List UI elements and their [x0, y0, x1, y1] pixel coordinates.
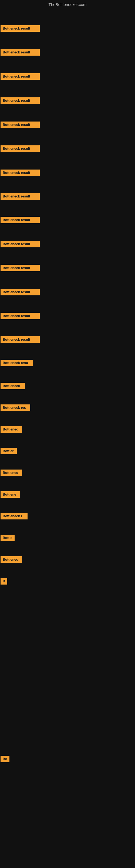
- empty-row-27: [0, 643, 135, 651]
- bottleneck-label-21: Bottleneck r: [1, 513, 28, 520]
- bottleneck-label-12: Bottleneck result: [1, 313, 40, 319]
- bottleneck-label-6: Bottleneck result: [1, 169, 40, 176]
- bottleneck-row-18: Bottler: [0, 448, 17, 454]
- empty-row-30: [0, 783, 135, 791]
- bottleneck-label-0: Bottleneck result: [1, 25, 40, 32]
- bottleneck-row-20: Bottlene: [0, 491, 20, 498]
- bottleneck-row-3: Bottleneck result: [0, 97, 40, 104]
- bottleneck-row-2: Bottleneck result: [0, 73, 40, 80]
- bottleneck-row-0: Bottleneck result: [0, 25, 40, 32]
- bottleneck-label-18: Bottler: [1, 448, 17, 454]
- bottleneck-label-19: Bottlenec: [1, 469, 22, 476]
- empty-row-26: [0, 621, 135, 629]
- bottleneck-label-7: Bottleneck result: [1, 193, 40, 199]
- bottleneck-row-29: Bo: [0, 756, 9, 762]
- bottleneck-row-14: Bottleneck resu: [0, 360, 33, 366]
- bottleneck-label-5: Bottleneck result: [1, 145, 40, 152]
- bottleneck-label-16: Bottleneck res: [1, 404, 30, 411]
- bottleneck-label-11: Bottleneck result: [1, 289, 40, 296]
- bottleneck-row-10: Bottleneck result: [0, 265, 40, 271]
- bottleneck-row-8: Bottleneck result: [0, 217, 40, 223]
- bottleneck-row-6: Bottleneck result: [0, 169, 40, 176]
- bottleneck-label-9: Bottleneck result: [1, 241, 40, 247]
- bottleneck-label-24: B: [1, 578, 7, 585]
- bottleneck-label-1: Bottleneck result: [1, 49, 40, 56]
- bottleneck-label-17: Bottlenec: [1, 426, 22, 433]
- site-title: TheBottlenecker.com: [49, 2, 87, 7]
- bottleneck-row-12: Bottleneck result: [0, 313, 40, 319]
- bottleneck-row-5: Bottleneck result: [0, 145, 40, 152]
- bottleneck-row-15: Bottleneck: [0, 383, 25, 389]
- bottleneck-label-22: Bottle: [1, 535, 14, 541]
- site-title-container: TheBottlenecker.com: [0, 0, 135, 10]
- bottleneck-row-11: Bottleneck result: [0, 289, 40, 296]
- bottleneck-label-20: Bottlene: [1, 491, 20, 498]
- bottleneck-row-16: Bottleneck res: [0, 404, 30, 411]
- bottleneck-row-17: Bottlenec: [0, 426, 22, 433]
- bottleneck-label-8: Bottleneck result: [1, 217, 40, 223]
- bottleneck-row-4: Bottleneck result: [0, 122, 40, 128]
- bottleneck-row-1: Bottleneck result: [0, 49, 40, 56]
- bottleneck-label-14: Bottleneck resu: [1, 360, 33, 366]
- chart-container: Bottleneck resultBottleneck resultBottle…: [0, 10, 135, 864]
- bottleneck-label-10: Bottleneck result: [1, 265, 40, 271]
- empty-row-33: [0, 864, 135, 868]
- bottleneck-row-13: Bottleneck result: [0, 336, 40, 343]
- bottleneck-label-23: Bottlenec: [1, 556, 22, 563]
- bottleneck-row-22: Bottle: [0, 535, 14, 541]
- bottleneck-row-7: Bottleneck result: [0, 193, 40, 199]
- empty-row-32: [0, 837, 135, 845]
- bottleneck-row-9: Bottleneck result: [0, 241, 40, 247]
- bottleneck-row-19: Bottlenec: [0, 469, 22, 476]
- bottleneck-label-4: Bottleneck result: [1, 122, 40, 128]
- bottleneck-row-24: B: [0, 578, 7, 585]
- bottleneck-label-2: Bottleneck result: [1, 73, 40, 80]
- bottleneck-label-15: Bottleneck: [1, 383, 25, 389]
- bottleneck-label-13: Bottleneck result: [1, 336, 40, 343]
- empty-row-31: [0, 810, 135, 818]
- empty-row-28: [0, 665, 135, 673]
- bottleneck-label-29: Bo: [1, 756, 9, 762]
- bottleneck-row-23: Bottlenec: [0, 556, 22, 563]
- bottleneck-label-3: Bottleneck result: [1, 97, 40, 104]
- bottleneck-row-21: Bottleneck r: [0, 513, 28, 520]
